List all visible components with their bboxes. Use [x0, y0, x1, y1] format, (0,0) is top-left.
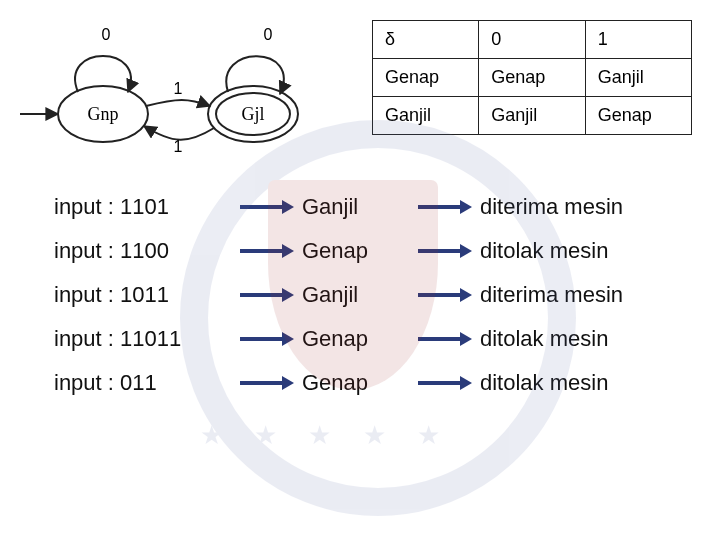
th-1: 1: [585, 21, 691, 59]
run-verdict: ditolak mesin: [480, 238, 690, 264]
svg-marker-7: [460, 200, 472, 214]
run-input-label: input : 1100: [54, 238, 234, 264]
table-row: Ganjil Ganjil Genap: [373, 97, 692, 135]
run-verdict: ditolak mesin: [480, 370, 690, 396]
edge-gjl-to-gnp-label: 1: [174, 138, 183, 155]
th-delta: δ: [373, 21, 479, 59]
run-verdict: diterima mesin: [480, 282, 690, 308]
table-row: Genap Genap Ganjil: [373, 59, 692, 97]
gnp-self-loop-label: 0: [102, 26, 111, 43]
state-gjl-label: Gjl: [241, 104, 264, 124]
th-0: 0: [479, 21, 585, 59]
svg-marker-19: [460, 332, 472, 346]
svg-marker-21: [282, 376, 294, 390]
svg-marker-15: [460, 288, 472, 302]
run-input-label: input : 11011: [54, 326, 234, 352]
run-parity: Ganjil: [302, 194, 412, 220]
transition-table: δ 0 1 Genap Genap Ganjil Ganjil Ganjil G…: [372, 20, 692, 135]
arrow-right-icon: [416, 242, 472, 260]
arrow-right-icon: [238, 286, 294, 304]
svg-marker-13: [282, 288, 294, 302]
gjl-self-loop-label: 0: [264, 26, 273, 43]
run-verdict: ditolak mesin: [480, 326, 690, 352]
top-panel: Gnp 0 Gjl 0 1 1 δ 0 1 Genap Genap Ganjil…: [0, 0, 720, 174]
arrow-right-icon: [238, 330, 294, 348]
arrow-right-icon: [416, 330, 472, 348]
run-parity: Genap: [302, 238, 412, 264]
svg-marker-23: [460, 376, 472, 390]
arrow-right-icon: [238, 198, 294, 216]
arrow-right-icon: [238, 242, 294, 260]
run-parity: Genap: [302, 326, 412, 352]
state-gnp-label: Gnp: [88, 104, 119, 124]
run-item: input : 011 Genap ditolak mesin: [54, 370, 690, 396]
run-verdict: diterima mesin: [480, 194, 690, 220]
run-input-label: input : 1101: [54, 194, 234, 220]
run-item: input : 1100 Genap ditolak mesin: [54, 238, 690, 264]
run-parity: Ganjil: [302, 282, 412, 308]
run-item: input : 11011 Genap ditolak mesin: [54, 326, 690, 352]
svg-marker-9: [282, 244, 294, 258]
arrow-right-icon: [416, 286, 472, 304]
run-parity: Genap: [302, 370, 412, 396]
arrow-right-icon: [416, 374, 472, 392]
run-item: input : 1101 Ganjil diterima mesin: [54, 194, 690, 220]
run-input-label: input : 1011: [54, 282, 234, 308]
state-diagram: Gnp 0 Gjl 0 1 1: [18, 14, 348, 174]
arrow-right-icon: [238, 374, 294, 392]
run-input-label: input : 011: [54, 370, 234, 396]
edge-gnp-to-gjl-label: 1: [174, 80, 183, 97]
svg-marker-17: [282, 332, 294, 346]
svg-marker-5: [282, 200, 294, 214]
arrow-right-icon: [416, 198, 472, 216]
svg-marker-11: [460, 244, 472, 258]
runs-list: input : 1101 Ganjil diterima mesin input…: [0, 174, 720, 396]
run-item: input : 1011 Ganjil diterima mesin: [54, 282, 690, 308]
